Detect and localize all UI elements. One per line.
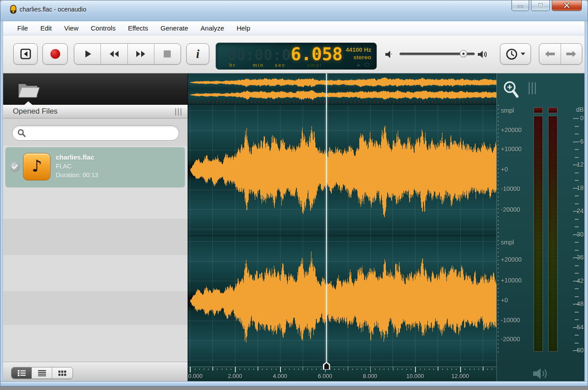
amplitude-label: +0 <box>501 166 508 173</box>
panel-grip-icon[interactable] <box>175 108 181 115</box>
close-button[interactable] <box>552 0 582 11</box>
search-input[interactable] <box>12 125 179 141</box>
window-border-bottom <box>0 381 588 386</box>
ruler-tick <box>393 367 394 371</box>
ruler-tick <box>415 367 416 372</box>
menu-effects[interactable]: Effects <box>122 21 154 35</box>
ruler-tick <box>375 369 376 370</box>
monitor-speaker-icon[interactable] <box>532 367 552 380</box>
channel-mode: stereo <box>346 54 371 61</box>
amplitude-ruler-ticks <box>498 105 499 352</box>
playhead-line <box>326 73 327 367</box>
db-tick <box>575 172 579 173</box>
time-sign: - <box>220 47 227 60</box>
list-view-icon <box>38 370 46 376</box>
view-details-button[interactable] <box>12 367 32 379</box>
time-dim-digits: 00:00:0 <box>227 46 291 64</box>
db-label: -54 <box>567 324 584 331</box>
folder-icon[interactable] <box>17 80 39 99</box>
ruler-tick <box>487 369 488 370</box>
timeline-label: 10.000 <box>407 373 424 379</box>
view-grid-button[interactable] <box>52 367 73 379</box>
ruler-tick <box>406 369 407 370</box>
db-tick <box>575 195 579 196</box>
ruler-tick <box>204 369 204 370</box>
menu-analyze[interactable]: Analyze <box>194 21 230 35</box>
minimize-button[interactable] <box>511 0 529 11</box>
ruler-tick <box>316 369 317 370</box>
ruler-tick <box>343 369 344 370</box>
timeline-label: 2.000 <box>228 373 242 379</box>
menu-view[interactable]: View <box>58 21 85 35</box>
timeline-label: 12.000 <box>451 373 469 379</box>
ruler-tick <box>280 367 281 372</box>
dropdown-arrow-icon <box>521 53 525 55</box>
ruler-tick <box>370 367 371 372</box>
play-button[interactable] <box>74 44 101 64</box>
menu-help[interactable]: Help <box>231 21 257 35</box>
ruler-tick <box>469 369 470 370</box>
time-format-button[interactable] <box>500 43 531 65</box>
zoom-in-icon[interactable] <box>502 80 521 100</box>
list-stripe <box>3 291 188 325</box>
skip-to-start-button[interactable] <box>13 43 38 65</box>
time-display: -00:00:06.058 hr min sec smpl 44100 Hz s… <box>215 42 377 70</box>
format-info: 44100 Hz stereo <box>346 46 371 61</box>
db-tick <box>575 319 579 320</box>
unit-sec: sec <box>275 62 285 68</box>
info-button[interactable]: i <box>186 43 209 65</box>
db-tick <box>575 226 579 227</box>
fast-forward-icon <box>135 50 146 58</box>
main-area: Opened Files ♪ char <box>3 73 584 381</box>
db-tick <box>575 203 579 204</box>
file-list-item[interactable]: ♪ charlies.flac FLAC Duration: 00:13 <box>5 147 185 187</box>
rewind-button[interactable] <box>101 44 127 64</box>
nav-back-button[interactable] <box>539 44 561 64</box>
timeline-label: 4.000 <box>273 373 288 379</box>
nav-forward-button[interactable] <box>561 44 582 64</box>
ruler-tick <box>474 369 475 370</box>
sidebar-tab-strip <box>3 73 188 105</box>
stop-button[interactable] <box>154 44 181 64</box>
ruler-tick <box>303 367 304 371</box>
ruler-tick <box>249 369 250 370</box>
meter-grip-icon[interactable] <box>529 82 536 94</box>
fast-forward-button[interactable] <box>128 44 154 64</box>
waveform-main[interactable] <box>188 105 496 367</box>
db-label: -24 <box>567 207 584 214</box>
db-label: 0 <box>567 115 584 122</box>
ruler-tick <box>262 369 263 370</box>
record-button[interactable] <box>42 43 68 65</box>
volume-slider-knob[interactable] <box>460 50 467 57</box>
ruler-tick <box>298 369 299 370</box>
ruler-tick <box>231 369 231 370</box>
menu-file[interactable]: File <box>11 21 34 35</box>
menu-controls[interactable]: Controls <box>85 21 122 35</box>
mini-play-icon: ▶ <box>357 63 361 67</box>
ruler-tick <box>420 369 421 370</box>
db-tick <box>575 288 579 289</box>
time-ruler[interactable]: 0.0002.0004.0006.0008.00010.00012.000 <box>188 367 496 381</box>
level-meter-right <box>548 116 557 352</box>
toolbar: i -00:00:06.058 hr min sec smpl 44100 Hz… <box>3 35 584 73</box>
db-label: -6 <box>567 138 584 145</box>
menu-edit[interactable]: Edit <box>34 21 58 35</box>
ruler-tick <box>235 367 236 372</box>
meter-panel: dB 0-6-12-18-24-30-36-42-48-54-60 smpl+2… <box>496 73 584 381</box>
ruler-tick <box>429 369 430 370</box>
wave-region: 0.0002.0004.0006.0008.00010.00012.000 dB… <box>188 73 584 381</box>
view-list-button[interactable] <box>32 367 52 379</box>
title-bar[interactable]: charlies.flac - ocenaudio <box>0 0 588 21</box>
waveform-overview[interactable] <box>188 73 496 105</box>
loop-icon <box>364 63 369 66</box>
ruler-tick <box>465 369 465 370</box>
active-tab-notch <box>24 101 32 105</box>
menu-generate[interactable]: Generate <box>154 21 195 35</box>
window-border-right <box>584 21 588 381</box>
ruler-tick <box>212 367 213 371</box>
db-label: -12 <box>567 161 584 168</box>
ruler-tick <box>271 369 272 370</box>
db-label: -18 <box>567 184 584 191</box>
maximize-button[interactable] <box>531 0 550 11</box>
ruler-tick <box>384 369 384 370</box>
